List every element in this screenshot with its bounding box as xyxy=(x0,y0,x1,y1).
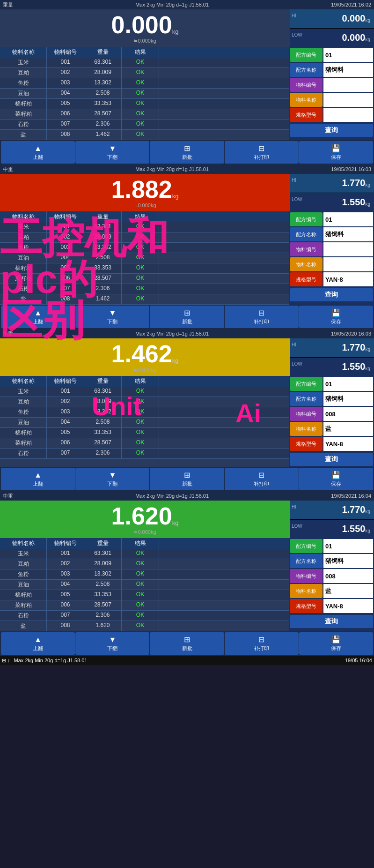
toolbar-btn-4[interactable]: 💾保存 xyxy=(299,468,373,490)
info-label-2[interactable]: 物料编号 xyxy=(290,242,323,256)
toolbar-btn-0[interactable]: ▲上翻 xyxy=(1,468,75,490)
query-button[interactable]: 查询 xyxy=(290,124,373,137)
toolbar-btn-4[interactable]: 💾保存 xyxy=(299,141,373,164)
table-cell-3-2: 2.508 xyxy=(84,253,122,263)
table-header-2: 重量 xyxy=(84,47,122,58)
toolbar-btn-0[interactable]: ▲上翻 xyxy=(1,141,75,164)
info-label-1[interactable]: 配方名称 xyxy=(290,63,323,77)
table-header-0: 物料名称 xyxy=(0,47,47,58)
table-cell-1-3: OK xyxy=(122,559,159,569)
info-label-0[interactable]: 配方编号 xyxy=(290,377,323,391)
table-cell-3-2: 2.508 xyxy=(84,89,122,98)
info-label-3[interactable]: 物料名称 xyxy=(290,422,323,436)
info-row-4: 规格型号YAN-8 xyxy=(290,272,373,286)
table-cell-2-2: 13.302 xyxy=(84,407,122,417)
info-row-2: 物料编号 xyxy=(290,78,373,92)
info-row-1: 配方名称猪饲料 xyxy=(290,63,373,77)
table-cell-5-1: 006 xyxy=(47,274,84,284)
toolbar-icon-3: ⊟ xyxy=(258,308,264,317)
table-cell-1-0: 豆粕 xyxy=(0,559,47,569)
toolbar-btn-0[interactable]: ▲上翻 xyxy=(1,632,75,655)
table-cell-5-1: 006 xyxy=(47,600,84,610)
info-label-0[interactable]: 配方编号 xyxy=(290,212,323,226)
table-cell-4-0: 棉籽粕 xyxy=(0,428,47,438)
toolbar-btn-1[interactable]: ▼下翻 xyxy=(75,468,149,490)
info-value-0: 01 xyxy=(323,48,373,62)
info-row-3: 物料名称盐 xyxy=(290,422,373,436)
toolbar-btn-3[interactable]: ⊟补打印 xyxy=(225,468,299,490)
toolbar-btn-2[interactable]: ⊞新批 xyxy=(150,468,224,490)
info-label-4[interactable]: 规格型号 xyxy=(290,108,323,122)
table-cell-4-0: 棉籽粕 xyxy=(0,263,47,273)
low-value: 1.550 xyxy=(342,361,365,372)
table-cell-5-3: OK xyxy=(122,109,159,119)
info-label-3[interactable]: 物料名称 xyxy=(290,584,323,598)
top-bar-left: 中重 xyxy=(3,493,13,500)
table-header-0: 物料名称 xyxy=(0,538,47,549)
toolbar-icon-4: 💾 xyxy=(331,471,341,479)
info-row-4: 规格型号YAN-8 xyxy=(290,437,373,451)
toolbar-btn-4[interactable]: 💾保存 xyxy=(299,306,373,328)
table-cell-6-1: 007 xyxy=(47,449,84,458)
hi-label: HI xyxy=(292,342,296,347)
table-cell-0-0: 玉米 xyxy=(0,58,47,67)
toolbar-icon-2: ⊞ xyxy=(184,308,190,317)
toolbar-btn-1[interactable]: ▼下翻 xyxy=(75,306,149,328)
info-row-2: 物料编号008 xyxy=(290,407,373,421)
info-label-0[interactable]: 配方编号 xyxy=(290,539,323,553)
toolbar-btn-2[interactable]: ⊞新批 xyxy=(150,306,224,328)
info-label-2[interactable]: 物料编号 xyxy=(290,569,323,583)
table-row: 菜籽粕00628.507OK xyxy=(0,109,289,120)
table-cell-1-0: 豆粕 xyxy=(0,68,47,78)
info-label-1[interactable]: 配方名称 xyxy=(290,227,323,241)
toolbar-btn-2[interactable]: ⊞新批 xyxy=(150,141,224,164)
toolbar-label-2: 新批 xyxy=(182,318,192,325)
table-cell-6-3: OK xyxy=(122,449,159,458)
info-label-4[interactable]: 规格型号 xyxy=(290,272,323,286)
info-label-3[interactable]: 物料名称 xyxy=(290,257,323,271)
toolbar-btn-1[interactable]: ▼下翻 xyxy=(75,141,149,164)
table-row: 玉米00163.301OK xyxy=(0,222,289,232)
toolbar-btn-4[interactable]: 💾保存 xyxy=(299,632,373,655)
query-button[interactable]: 查询 xyxy=(290,288,373,301)
low-display: LOW 1.550 kg xyxy=(290,358,374,376)
info-label-1[interactable]: 配方名称 xyxy=(290,554,323,568)
weight-value: 1.882 xyxy=(111,177,172,202)
toolbar-btn-3[interactable]: ⊟补打印 xyxy=(225,632,299,655)
table-header: 物料名称物料编号重量结果 xyxy=(0,538,289,549)
info-label-1[interactable]: 配方名称 xyxy=(290,392,323,406)
table-cell-1-3: OK xyxy=(122,397,159,407)
low-value: 1.550 xyxy=(342,197,365,208)
hi-value: 1.770 xyxy=(342,504,365,515)
info-row-3: 物料名称 xyxy=(290,93,373,107)
panel-2: 中重 Max 2kg Min 20g d=1g J1.58.01 19/05/2… xyxy=(0,165,374,329)
table-row: 鱼粉00313.302OK xyxy=(0,78,289,89)
table-cell-3-0: 豆油 xyxy=(0,418,47,427)
toolbar-btn-2[interactable]: ⊞新批 xyxy=(150,632,224,655)
toolbar-btn-1[interactable]: ▼下翻 xyxy=(75,632,149,655)
toolbar-icon-0: ▲ xyxy=(34,309,42,317)
toolbar-icon-2: ⊞ xyxy=(184,635,190,644)
info-label-2[interactable]: 物料编号 xyxy=(290,407,323,421)
info-label-0[interactable]: 配方编号 xyxy=(290,48,323,62)
toolbar-btn-0[interactable]: ▲上翻 xyxy=(1,306,75,328)
info-label-2[interactable]: 物料编号 xyxy=(290,78,323,92)
toolbar-btn-3[interactable]: ⊟补打印 xyxy=(225,306,299,328)
toolbar-icon-3: ⊟ xyxy=(258,144,264,153)
info-value-4: YAN-8 xyxy=(323,599,373,613)
info-label-3[interactable]: 物料名称 xyxy=(290,93,323,107)
info-value-0: 01 xyxy=(323,377,373,391)
hi-unit: kg xyxy=(365,509,370,514)
hi-value: 1.770 xyxy=(342,342,365,353)
query-button[interactable]: 查询 xyxy=(290,453,373,466)
table-cell-7-3: OK xyxy=(122,621,159,631)
toolbar-btn-3[interactable]: ⊟补打印 xyxy=(225,141,299,164)
table-cell-6-2: 2.306 xyxy=(84,284,122,294)
query-button[interactable]: 查询 xyxy=(290,615,373,628)
info-label-4[interactable]: 规格型号 xyxy=(290,437,323,451)
weight-unit: kg xyxy=(172,193,179,200)
top-bar-center: Max 2kg Min 20g d=1g J1.58.01 xyxy=(135,166,209,172)
toolbar-label-4: 保存 xyxy=(331,154,341,161)
table-cell-0-1: 001 xyxy=(47,387,84,397)
info-label-4[interactable]: 规格型号 xyxy=(290,599,323,613)
